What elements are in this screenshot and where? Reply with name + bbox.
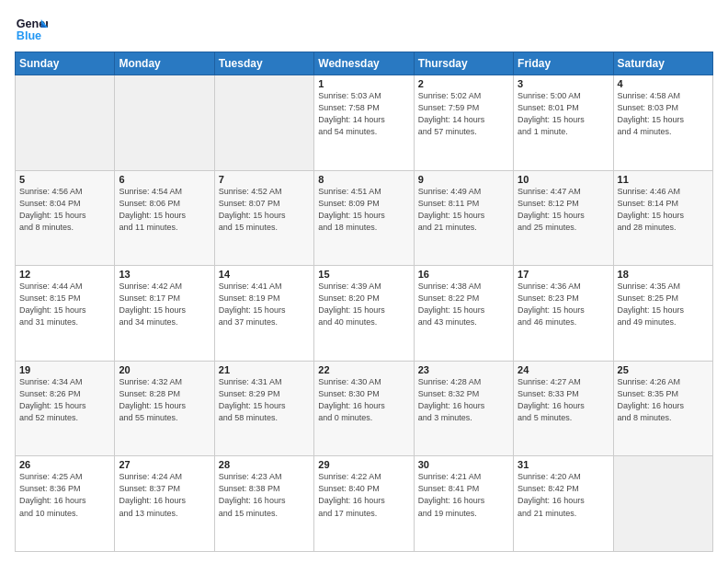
day-info: Sunrise: 4:27 AM Sunset: 8:33 PM Dayligh… xyxy=(518,376,609,424)
calendar-cell: 26Sunrise: 4:25 AM Sunset: 8:36 PM Dayli… xyxy=(16,456,115,552)
calendar-cell: 10Sunrise: 4:47 AM Sunset: 8:12 PM Dayli… xyxy=(514,170,613,266)
day-info: Sunrise: 4:44 AM Sunset: 8:15 PM Dayligh… xyxy=(19,281,110,328)
day-info: Sunrise: 4:41 AM Sunset: 8:19 PM Dayligh… xyxy=(219,281,310,328)
day-number: 19 xyxy=(19,364,110,375)
day-number: 20 xyxy=(119,364,210,375)
day-number: 3 xyxy=(518,78,609,89)
calendar-cell: 19Sunrise: 4:34 AM Sunset: 8:26 PM Dayli… xyxy=(16,361,115,456)
day-number: 23 xyxy=(418,364,509,375)
logo: General Blue xyxy=(15,11,48,44)
calendar-cell: 27Sunrise: 4:24 AM Sunset: 8:37 PM Dayli… xyxy=(115,456,214,552)
day-number: 18 xyxy=(618,269,709,280)
day-number: 24 xyxy=(518,364,609,375)
calendar-cell: 22Sunrise: 4:30 AM Sunset: 8:30 PM Dayli… xyxy=(314,361,414,456)
day-info: Sunrise: 4:49 AM Sunset: 8:11 PM Dayligh… xyxy=(418,186,509,234)
week-row-5: 26Sunrise: 4:25 AM Sunset: 8:36 PM Dayli… xyxy=(16,456,713,552)
week-row-4: 19Sunrise: 4:34 AM Sunset: 8:26 PM Dayli… xyxy=(16,361,713,456)
day-info: Sunrise: 4:52 AM Sunset: 8:07 PM Dayligh… xyxy=(219,186,310,234)
calendar-cell: 16Sunrise: 4:38 AM Sunset: 8:22 PM Dayli… xyxy=(414,266,513,362)
calendar-cell: 25Sunrise: 4:26 AM Sunset: 8:35 PM Dayli… xyxy=(613,361,712,456)
calendar-cell: 6Sunrise: 4:54 AM Sunset: 8:06 PM Daylig… xyxy=(115,170,214,266)
calendar-cell: 3Sunrise: 5:00 AM Sunset: 8:01 PM Daylig… xyxy=(514,75,613,171)
calendar-cell: 15Sunrise: 4:39 AM Sunset: 8:20 PM Dayli… xyxy=(314,266,414,362)
day-info: Sunrise: 4:30 AM Sunset: 8:30 PM Dayligh… xyxy=(318,376,409,424)
day-info: Sunrise: 4:25 AM Sunset: 8:36 PM Dayligh… xyxy=(19,471,110,519)
day-number: 30 xyxy=(418,459,509,470)
calendar-cell: 23Sunrise: 4:28 AM Sunset: 8:32 PM Dayli… xyxy=(414,361,513,456)
calendar-cell: 31Sunrise: 4:20 AM Sunset: 8:42 PM Dayli… xyxy=(514,456,613,552)
day-info: Sunrise: 4:36 AM Sunset: 8:23 PM Dayligh… xyxy=(518,281,609,328)
day-number: 16 xyxy=(418,269,509,280)
calendar-cell xyxy=(115,75,214,171)
day-number: 5 xyxy=(19,174,110,185)
day-number: 2 xyxy=(418,78,509,89)
day-number: 29 xyxy=(318,459,409,470)
day-info: Sunrise: 4:22 AM Sunset: 8:40 PM Dayligh… xyxy=(318,471,409,519)
day-number: 21 xyxy=(219,364,310,375)
calendar-cell xyxy=(613,456,712,552)
day-info: Sunrise: 4:32 AM Sunset: 8:28 PM Dayligh… xyxy=(119,376,210,424)
calendar-cell: 1Sunrise: 5:03 AM Sunset: 7:58 PM Daylig… xyxy=(314,75,414,171)
day-info: Sunrise: 4:42 AM Sunset: 8:17 PM Dayligh… xyxy=(119,281,210,328)
calendar-cell: 5Sunrise: 4:56 AM Sunset: 8:04 PM Daylig… xyxy=(16,170,115,266)
weekday-header-sunday: Sunday xyxy=(16,52,115,75)
day-info: Sunrise: 4:38 AM Sunset: 8:22 PM Dayligh… xyxy=(418,281,509,328)
week-row-1: 1Sunrise: 5:03 AM Sunset: 7:58 PM Daylig… xyxy=(16,75,713,171)
day-number: 8 xyxy=(318,174,409,185)
calendar-cell: 12Sunrise: 4:44 AM Sunset: 8:15 PM Dayli… xyxy=(16,266,115,362)
calendar-cell: 21Sunrise: 4:31 AM Sunset: 8:29 PM Dayli… xyxy=(214,361,313,456)
day-info: Sunrise: 5:02 AM Sunset: 7:59 PM Dayligh… xyxy=(418,90,509,138)
svg-text:Blue: Blue xyxy=(17,29,41,42)
day-number: 15 xyxy=(318,269,409,280)
day-info: Sunrise: 4:21 AM Sunset: 8:41 PM Dayligh… xyxy=(418,471,509,519)
calendar-cell: 18Sunrise: 4:35 AM Sunset: 8:25 PM Dayli… xyxy=(613,266,712,362)
calendar-cell: 7Sunrise: 4:52 AM Sunset: 8:07 PM Daylig… xyxy=(214,170,313,266)
week-row-2: 5Sunrise: 4:56 AM Sunset: 8:04 PM Daylig… xyxy=(16,170,713,266)
day-number: 4 xyxy=(618,78,709,89)
day-info: Sunrise: 4:35 AM Sunset: 8:25 PM Dayligh… xyxy=(618,281,709,328)
day-number: 12 xyxy=(19,269,110,280)
calendar-cell: 29Sunrise: 4:22 AM Sunset: 8:40 PM Dayli… xyxy=(314,456,414,552)
day-info: Sunrise: 4:23 AM Sunset: 8:38 PM Dayligh… xyxy=(219,471,310,519)
day-info: Sunrise: 4:58 AM Sunset: 8:03 PM Dayligh… xyxy=(618,90,709,138)
calendar: SundayMondayTuesdayWednesdayThursdayFrid… xyxy=(15,52,713,552)
calendar-cell xyxy=(214,75,313,171)
day-number: 7 xyxy=(219,174,310,185)
weekday-header-thursday: Thursday xyxy=(414,52,513,75)
weekday-header-friday: Friday xyxy=(514,52,613,75)
calendar-cell: 14Sunrise: 4:41 AM Sunset: 8:19 PM Dayli… xyxy=(214,266,313,362)
day-info: Sunrise: 4:56 AM Sunset: 8:04 PM Dayligh… xyxy=(19,186,110,234)
day-info: Sunrise: 4:51 AM Sunset: 8:09 PM Dayligh… xyxy=(318,186,409,234)
day-number: 22 xyxy=(318,364,409,375)
weekday-header-saturday: Saturday xyxy=(613,52,712,75)
day-number: 9 xyxy=(418,174,509,185)
page: General Blue SundayMondayTuesdayWednesda… xyxy=(0,0,728,563)
logo-icon: General Blue xyxy=(15,11,48,44)
day-info: Sunrise: 4:54 AM Sunset: 8:06 PM Dayligh… xyxy=(119,186,210,234)
day-info: Sunrise: 4:24 AM Sunset: 8:37 PM Dayligh… xyxy=(119,471,210,519)
day-number: 26 xyxy=(19,459,110,470)
day-info: Sunrise: 5:03 AM Sunset: 7:58 PM Dayligh… xyxy=(318,90,409,138)
day-number: 31 xyxy=(518,459,609,470)
day-number: 6 xyxy=(119,174,210,185)
calendar-cell: 30Sunrise: 4:21 AM Sunset: 8:41 PM Dayli… xyxy=(414,456,513,552)
day-info: Sunrise: 4:47 AM Sunset: 8:12 PM Dayligh… xyxy=(518,186,609,234)
day-number: 1 xyxy=(318,78,409,89)
day-info: Sunrise: 4:26 AM Sunset: 8:35 PM Dayligh… xyxy=(618,376,709,424)
day-info: Sunrise: 4:46 AM Sunset: 8:14 PM Dayligh… xyxy=(618,186,709,234)
calendar-cell: 8Sunrise: 4:51 AM Sunset: 8:09 PM Daylig… xyxy=(314,170,414,266)
calendar-cell: 11Sunrise: 4:46 AM Sunset: 8:14 PM Dayli… xyxy=(613,170,712,266)
weekday-header-wednesday: Wednesday xyxy=(314,52,414,75)
calendar-cell: 20Sunrise: 4:32 AM Sunset: 8:28 PM Dayli… xyxy=(115,361,214,456)
day-number: 10 xyxy=(518,174,609,185)
day-info: Sunrise: 4:31 AM Sunset: 8:29 PM Dayligh… xyxy=(219,376,310,424)
day-info: Sunrise: 4:39 AM Sunset: 8:20 PM Dayligh… xyxy=(318,281,409,328)
week-row-3: 12Sunrise: 4:44 AM Sunset: 8:15 PM Dayli… xyxy=(16,266,713,362)
weekday-header-monday: Monday xyxy=(115,52,214,75)
calendar-cell: 17Sunrise: 4:36 AM Sunset: 8:23 PM Dayli… xyxy=(514,266,613,362)
day-number: 14 xyxy=(219,269,310,280)
calendar-cell: 24Sunrise: 4:27 AM Sunset: 8:33 PM Dayli… xyxy=(514,361,613,456)
day-number: 13 xyxy=(119,269,210,280)
day-info: Sunrise: 5:00 AM Sunset: 8:01 PM Dayligh… xyxy=(518,90,609,138)
day-info: Sunrise: 4:20 AM Sunset: 8:42 PM Dayligh… xyxy=(518,471,609,519)
